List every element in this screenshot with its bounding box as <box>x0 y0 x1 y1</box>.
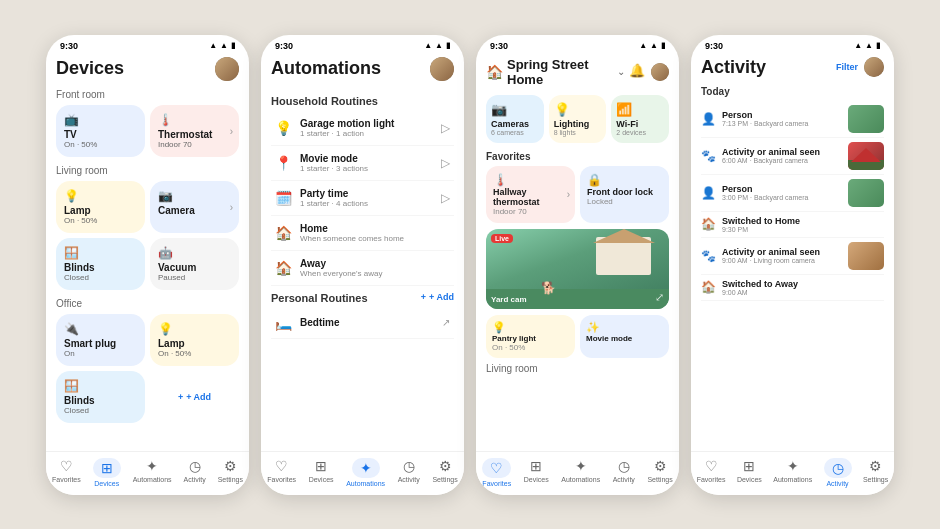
person-icon-1: 👤 <box>701 112 716 126</box>
nav-label-activity-4: Activity <box>826 480 848 487</box>
movie-mode-icon: ✨ <box>586 321 600 333</box>
house-roof <box>593 229 655 243</box>
device-grid-living: 💡 Lamp On · 50% 📷 Camera › 🪟 Blinds Clos… <box>56 181 239 290</box>
automation-party-text: Party time 1 starter · 4 actions <box>300 188 441 208</box>
cameras-cat-count: 6 cameras <box>491 129 524 136</box>
camera-label: Yard cam <box>491 295 527 304</box>
favorites-nav-icon-2: ♡ <box>275 458 288 474</box>
nav-label-settings-4: Settings <box>863 476 888 483</box>
nav-activity-3[interactable]: ◷ Activity <box>613 458 635 487</box>
nav-favorites-1[interactable]: ♡ Favorites <box>52 458 81 487</box>
nav-settings-1[interactable]: ⚙ Settings <box>218 458 243 487</box>
nav-automations-1[interactable]: ✦ Automations <box>133 458 172 487</box>
add-automation-button[interactable]: + + Add <box>421 290 454 304</box>
device-blinds-office[interactable]: 🪟 Blinds Closed <box>56 371 145 423</box>
movie-mode-name: Movie mode <box>586 334 663 343</box>
animal-icon-2: 🐾 <box>701 249 716 263</box>
nav-activity-1[interactable]: ◷ Activity <box>184 458 206 487</box>
fav-door-lock[interactable]: 🔒 Front door lock Locked <box>580 166 669 223</box>
category-cameras[interactable]: 📷 Cameras 6 cameras <box>486 95 544 143</box>
lamp-status-1: On · 50% <box>64 216 137 225</box>
nav-devices-1[interactable]: ⊞ Devices <box>93 458 121 487</box>
live-camera[interactable]: Live 🐕 Yard cam ⤢ <box>486 229 669 309</box>
category-wifi[interactable]: 📶 Wi-Fi 2 devices <box>611 95 669 143</box>
devices-nav-icon-4: ⊞ <box>743 458 755 474</box>
activity-meta-4: 9:30 PM <box>722 226 884 233</box>
nav-label-devices-4: Devices <box>737 476 762 483</box>
favorites-nav-icon: ♡ <box>60 458 73 474</box>
nav-label-automations-1: Automations <box>133 476 172 483</box>
nav-devices-3[interactable]: ⊞ Devices <box>524 458 549 487</box>
time-1: 9:30 <box>60 41 78 51</box>
tv-name: TV <box>64 129 137 140</box>
activity-away[interactable]: 🏠 Switched to Away 9:00 AM <box>701 275 884 301</box>
lamp-name-1: Lamp <box>64 205 137 216</box>
pantry-light-card[interactable]: 💡 Pantry light On · 50% <box>486 315 575 358</box>
activity-animal-2[interactable]: 🐾 Activity or animal seen 9:00 AM · Livi… <box>701 238 884 275</box>
nav-label-activity-3: Activity <box>613 476 635 483</box>
nav-devices-4[interactable]: ⊞ Devices <box>737 458 762 487</box>
device-lamp-1[interactable]: 💡 Lamp On · 50% <box>56 181 145 233</box>
automation-movie-name: Movie mode <box>300 153 441 164</box>
automation-garage[interactable]: 💡 Garage motion light 1 starter · 1 acti… <box>271 111 454 146</box>
nav-devices-2[interactable]: ⊞ Devices <box>309 458 334 487</box>
activity-animal-1[interactable]: 🐾 Activity or animal seen 6:00 AM · Back… <box>701 138 884 175</box>
nav-settings-2[interactable]: ⚙ Settings <box>432 458 457 487</box>
avatar-4[interactable] <box>864 57 884 77</box>
plus-icon-auto: + <box>421 292 426 302</box>
activity-home[interactable]: 🏠 Switched to Home 9:30 PM <box>701 212 884 238</box>
add-label-auto: + Add <box>429 292 454 302</box>
bedtime-icon: 🛏️ <box>275 315 292 331</box>
status-bar-3: 9:30 ▲ ▲ ▮ <box>476 35 679 53</box>
nav-automations-3[interactable]: ✦ Automations <box>561 458 600 487</box>
cameras-cat-name: Cameras <box>491 119 529 129</box>
personal-header: Personal Routines + + Add <box>271 286 454 308</box>
nav-automations-2[interactable]: ✦ Automations <box>346 458 385 487</box>
household-title: Household Routines <box>271 95 454 107</box>
activity-person-1[interactable]: 👤 Person 7:13 PM · Backyard camera <box>701 101 884 138</box>
nav-activity-4[interactable]: ◷ Activity <box>824 458 852 487</box>
automation-movie[interactable]: 📍 Movie mode 1 starter · 3 actions ▷ <box>271 146 454 181</box>
activity-text-2: Activity or animal seen 6:00 AM · Backya… <box>722 147 842 164</box>
nav-label-settings-3: Settings <box>647 476 672 483</box>
device-smart-plug[interactable]: 🔌 Smart plug On <box>56 314 145 366</box>
device-tv[interactable]: 📺 TV On · 50% <box>56 105 145 157</box>
bell-icon[interactable]: 🔔 <box>629 63 645 81</box>
automation-party[interactable]: 🗓️ Party time 1 starter · 4 actions ▷ <box>271 181 454 216</box>
activity-name-6: Switched to Away <box>722 279 884 289</box>
automation-bedtime[interactable]: 🛏️ Bedtime ↗ <box>271 308 454 339</box>
automation-home[interactable]: 🏠 Home When someone comes home <box>271 216 454 251</box>
avatar-1[interactable] <box>215 57 239 81</box>
device-lamp-office[interactable]: 💡 Lamp On · 50% <box>150 314 239 366</box>
battery-icon: ▮ <box>231 41 235 50</box>
device-thermostat[interactable]: 🌡️ Thermostat Indoor 70 › <box>150 105 239 157</box>
nav-settings-3[interactable]: ⚙ Settings <box>647 458 672 487</box>
camera-icon: 📷 <box>158 189 231 203</box>
nav-favorites-3[interactable]: ♡ Favorites <box>482 458 511 487</box>
vacuum-name: Vacuum <box>158 262 231 273</box>
nav-favorites-4[interactable]: ♡ Favorites <box>697 458 726 487</box>
avatar-3[interactable] <box>651 63 669 81</box>
favorites-grid: 🌡️ Hallway thermostat Indoor 70 › 🔒 Fron… <box>486 166 669 223</box>
automation-away[interactable]: 🏠 Away When everyone's away <box>271 251 454 286</box>
camera-btn-icon[interactable]: ⤢ <box>655 291 664 304</box>
activity-person-2[interactable]: 👤 Person 3:00 PM · Backyard camera <box>701 175 884 212</box>
filter-button[interactable]: Filter <box>836 62 858 72</box>
device-camera[interactable]: 📷 Camera › <box>150 181 239 233</box>
time-3: 9:30 <box>490 41 508 51</box>
add-device-button[interactable]: + + Add <box>178 390 211 404</box>
fav-thermostat[interactable]: 🌡️ Hallway thermostat Indoor 70 › <box>486 166 575 223</box>
home-activity-icon: 🏠 <box>701 217 716 231</box>
automation-bedtime-name: Bedtime <box>300 317 442 328</box>
nav-favorites-2[interactable]: ♡ Favorites <box>267 458 296 487</box>
play-icon-garage: ▷ <box>441 121 450 135</box>
device-vacuum[interactable]: 🤖 Vacuum Paused <box>150 238 239 290</box>
nav-activity-2[interactable]: ◷ Activity <box>398 458 420 487</box>
nav-automations-4[interactable]: ✦ Automations <box>773 458 812 487</box>
activity-text-5: Activity or animal seen 9:00 AM · Living… <box>722 247 842 264</box>
device-blinds-1[interactable]: 🪟 Blinds Closed <box>56 238 145 290</box>
category-lighting[interactable]: 💡 Lighting 8 lights <box>549 95 607 143</box>
nav-settings-4[interactable]: ⚙ Settings <box>863 458 888 487</box>
avatar-2[interactable] <box>430 57 454 81</box>
movie-mode-card[interactable]: ✨ Movie mode <box>580 315 669 358</box>
